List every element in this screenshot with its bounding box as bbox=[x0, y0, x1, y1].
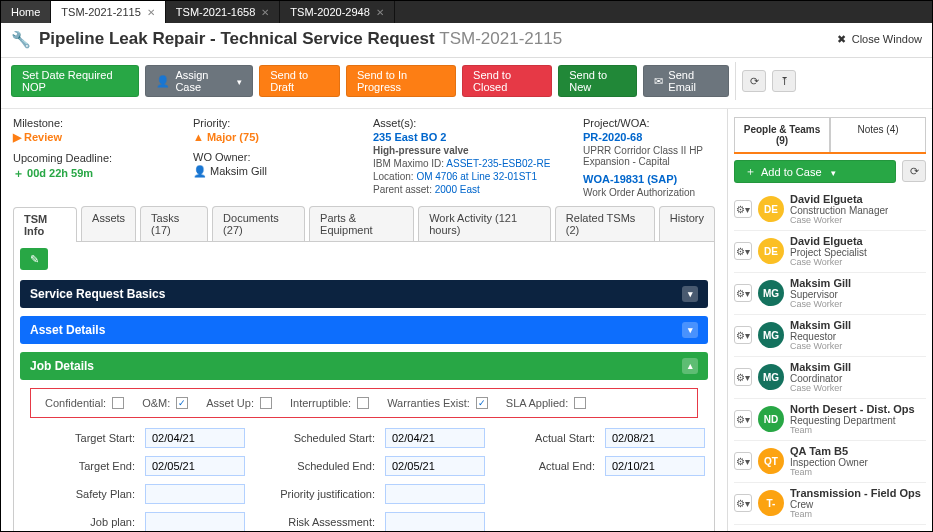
checkbox[interactable] bbox=[260, 397, 272, 409]
person-name: Maksim Gill bbox=[790, 277, 851, 289]
send-email-button[interactable]: ✉ Send Email bbox=[643, 65, 729, 97]
job-flag: Confidential: bbox=[45, 397, 124, 409]
checkbox[interactable]: ✓ bbox=[476, 397, 488, 409]
scheduled-start-input[interactable] bbox=[385, 428, 485, 448]
content-tab[interactable]: Work Activity (121 hours) bbox=[418, 206, 551, 241]
person-row: ⚙▾QTQA Tam B5Inspection OwnerTeam bbox=[734, 441, 926, 483]
send-to-closed-button[interactable]: Send to Closed bbox=[462, 65, 552, 97]
person-row: ⚙▾MGMaksim GillCoordinatorCase Worker bbox=[734, 357, 926, 399]
job-plan-label: Job plan: bbox=[40, 516, 135, 528]
content-tab[interactable]: History bbox=[659, 206, 715, 241]
location-link[interactable]: OM 4706 at Line 32-01ST1 bbox=[416, 171, 537, 182]
risk-assessment-input[interactable] bbox=[385, 512, 485, 532]
project-link[interactable]: PR-2020-68 bbox=[583, 131, 715, 143]
woa-description: Work Order Authorization bbox=[583, 187, 715, 198]
gear-icon[interactable]: ⚙▾ bbox=[734, 494, 752, 512]
avatar: MG bbox=[758, 364, 784, 390]
section-asset-details[interactable]: Asset Details ▾ bbox=[20, 316, 708, 344]
gear-icon[interactable]: ⚙▾ bbox=[734, 242, 752, 260]
actual-end-input[interactable] bbox=[605, 456, 705, 476]
person-name: Maksim Gill bbox=[790, 319, 851, 331]
scheduled-end-input[interactable] bbox=[385, 456, 485, 476]
tab-home[interactable]: Home bbox=[1, 1, 51, 23]
person-subrole: Team bbox=[790, 426, 915, 436]
play-icon: ▶ bbox=[13, 131, 21, 143]
section-service-request[interactable]: Service Request Basics ▾ bbox=[20, 280, 708, 308]
document-tab[interactable]: TSM-2020-2948✕ bbox=[280, 1, 395, 23]
safety-plan-input[interactable] bbox=[145, 484, 245, 504]
job-flag: Interruptible: bbox=[290, 397, 369, 409]
content-tab[interactable]: Documents (27) bbox=[212, 206, 305, 241]
tab-notes[interactable]: Notes (4) bbox=[830, 117, 926, 152]
gear-icon[interactable]: ⚙▾ bbox=[734, 326, 752, 344]
edit-button[interactable]: ✎ bbox=[20, 248, 48, 270]
avatar: MG bbox=[758, 280, 784, 306]
close-icon[interactable]: ✕ bbox=[147, 7, 155, 18]
asset-link[interactable]: 235 East BO 2 bbox=[373, 131, 573, 143]
action-toolbar: Set Date Required NOP 👤 Assign Case Send… bbox=[1, 58, 932, 109]
target-start-label: Target Start: bbox=[40, 432, 135, 444]
page-title: Pipeline Leak Repair - Technical Service… bbox=[39, 29, 562, 49]
deadline-value: ＋ 00d 22h 59m bbox=[13, 166, 183, 181]
content-tab[interactable]: Parts & Equipment bbox=[309, 206, 414, 241]
person-subrole: Team bbox=[790, 468, 868, 478]
add-to-case-button[interactable]: ＋ Add to Case bbox=[734, 160, 896, 183]
side-refresh-button[interactable]: ⟳ bbox=[902, 160, 926, 182]
close-icon[interactable]: ✕ bbox=[376, 7, 384, 18]
send-to-new-button[interactable]: Send to New bbox=[558, 65, 637, 97]
content-tab[interactable]: Assets bbox=[81, 206, 136, 241]
document-tab[interactable]: TSM-2021-1658✕ bbox=[166, 1, 281, 23]
job-flag: Warranties Exist:✓ bbox=[387, 397, 488, 409]
actual-start-input[interactable] bbox=[605, 428, 705, 448]
page-title-code: TSM-2021-2115 bbox=[439, 29, 562, 48]
priority-justification-input[interactable] bbox=[385, 484, 485, 504]
content-tab[interactable]: TSM Info bbox=[13, 207, 77, 242]
page-header: 🔧 Pipeline Leak Repair - Technical Servi… bbox=[1, 23, 932, 58]
gear-icon[interactable]: ⚙▾ bbox=[734, 284, 752, 302]
person-name: QA Tam B5 bbox=[790, 445, 868, 457]
wrench-icon: 🔧 bbox=[11, 30, 31, 49]
milestone-value[interactable]: ▶ Review bbox=[13, 131, 183, 144]
content-tab[interactable]: Tasks (17) bbox=[140, 206, 208, 241]
job-plan-input[interactable] bbox=[145, 512, 245, 532]
gear-icon[interactable]: ⚙▾ bbox=[734, 200, 752, 218]
close-icon[interactable]: ✕ bbox=[261, 7, 269, 18]
deadline-label: Upcoming Deadline: bbox=[13, 152, 183, 164]
send-to-draft-button[interactable]: Send to Draft bbox=[259, 65, 340, 97]
doc-tabs: TSM InfoAssetsTasks (17)Documents (27)Pa… bbox=[13, 206, 715, 242]
checkbox[interactable]: ✓ bbox=[176, 397, 188, 409]
close-window-button[interactable]: ✖ Close Window bbox=[837, 33, 922, 46]
chevron-down-icon: ▾ bbox=[682, 286, 698, 302]
section-job-details[interactable]: Job Details ▴ bbox=[20, 352, 708, 380]
priority-value[interactable]: ▲ Major (75) bbox=[193, 131, 363, 143]
document-tab[interactable]: TSM-2021-2115✕ bbox=[51, 1, 166, 23]
job-flags-box: Confidential:O&M:✓Asset Up:Interruptible… bbox=[30, 388, 698, 418]
tab-people-teams[interactable]: People & Teams (9) bbox=[734, 117, 830, 152]
maximo-id-link[interactable]: ASSET-235-ESB02-RE bbox=[446, 158, 550, 169]
gear-icon[interactable]: ⚙▾ bbox=[734, 410, 752, 428]
woa-link[interactable]: WOA-19831 (SAP) bbox=[583, 173, 715, 185]
checkbox[interactable] bbox=[357, 397, 369, 409]
wo-owner-label: WO Owner: bbox=[193, 151, 363, 163]
content-tab[interactable]: Related TSMs (2) bbox=[555, 206, 655, 241]
refresh-button[interactable]: ⟳ bbox=[742, 70, 766, 92]
person-name: David Elgueta bbox=[790, 193, 888, 205]
chevron-down-icon: ▾ bbox=[682, 322, 698, 338]
avatar: T- bbox=[758, 490, 784, 516]
person-row: ⚙▾DEDavid ElguetaConstruction ManagerCas… bbox=[734, 189, 926, 231]
chevron-up-icon: ▲ bbox=[193, 131, 204, 143]
gear-icon[interactable]: ⚙▾ bbox=[734, 368, 752, 386]
set-date-required-button[interactable]: Set Date Required NOP bbox=[11, 65, 139, 97]
avatar: MG bbox=[758, 322, 784, 348]
parent-asset-link[interactable]: 2000 East bbox=[435, 184, 480, 195]
job-flag: SLA Applied: bbox=[506, 397, 586, 409]
target-end-input[interactable] bbox=[145, 456, 245, 476]
send-to-in-progress-button[interactable]: Send to In Progress bbox=[346, 65, 456, 97]
assign-case-button[interactable]: 👤 Assign Case bbox=[145, 65, 253, 97]
gear-icon[interactable]: ⚙▾ bbox=[734, 452, 752, 470]
target-start-input[interactable] bbox=[145, 428, 245, 448]
person-row: ⚙▾MGMaksim GillSupervisorCase Worker bbox=[734, 273, 926, 315]
checkbox[interactable] bbox=[112, 397, 124, 409]
checkbox[interactable] bbox=[574, 397, 586, 409]
upload-button[interactable]: ⤒ bbox=[772, 70, 796, 92]
